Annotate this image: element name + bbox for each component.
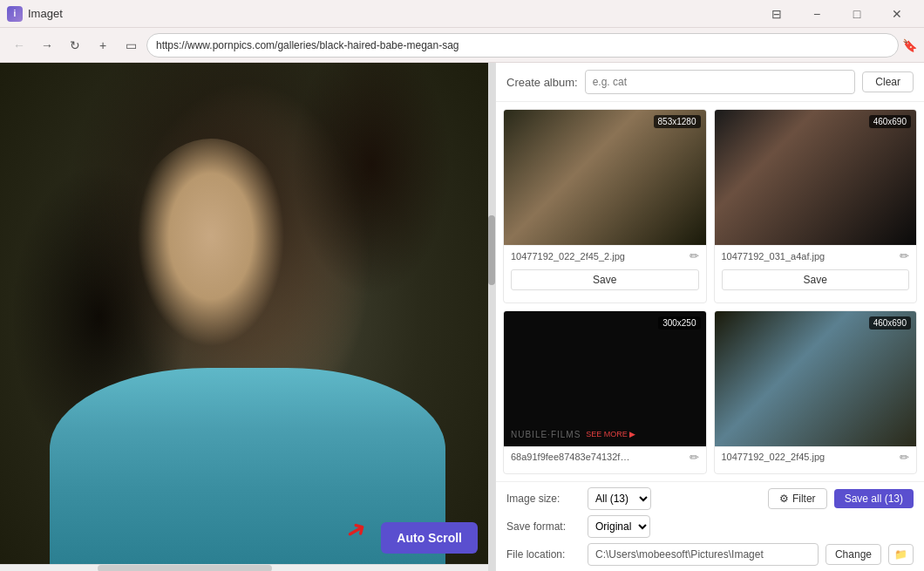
app-icon: i — [7, 6, 23, 22]
image-filename-3: 68a91f9fee87483e74132fbac857a5 — [511, 452, 633, 462]
edit-icon-2[interactable]: ✏ — [900, 249, 909, 262]
image-grid: 853x1280 10477192_022_2f45_2.jpg ✏ Save … — [496, 102, 924, 481]
filter-label: Filter — [792, 493, 816, 505]
save-format-select[interactable]: Original JPG PNG WebP — [588, 515, 650, 538]
left-scrollbar-thumb — [488, 215, 495, 285]
window-controls: ⊟ − □ ✕ — [757, 0, 917, 28]
image-size-label: Image size: — [506, 493, 581, 505]
image-filename-2: 10477192_031_a4af.jpg — [722, 251, 825, 262]
left-scrollbar[interactable] — [488, 63, 495, 571]
back-btn[interactable]: ← — [7, 33, 31, 58]
url-input[interactable] — [146, 33, 899, 58]
auto-scroll-button[interactable]: Auto Scroll — [381, 522, 478, 554]
image-thumb-2: 460x690 — [715, 110, 917, 245]
filter-icon: ⚙ — [779, 493, 789, 505]
image-size-select[interactable]: All (13) Small Medium Large — [588, 487, 651, 510]
folder-button[interactable]: 📁 — [888, 544, 914, 565]
preview-panel: ➜ Auto Scroll — [0, 63, 495, 571]
file-location-input[interactable] — [588, 543, 819, 566]
save-format-row: Save format: Original JPG PNG WebP — [506, 515, 914, 538]
image-card-footer-4: 10477192_022_2f45.jpg ✏ — [715, 446, 917, 467]
title-bar: i Imaget ⊟ − □ ✕ — [0, 0, 924, 28]
image-filename-4: 10477192_022_2f45.jpg — [722, 452, 825, 462]
bottom-bar: Image size: All (13) Small Medium Large … — [496, 481, 924, 571]
image-dim-badge-2: 460x690 — [869, 115, 911, 128]
right-panel: Create album: Clear 853x1280 10477192_02… — [495, 63, 924, 571]
title-bar-left: i Imaget — [7, 6, 63, 22]
image-card-4: 460x690 10477192_022_2f45.jpg ✏ — [714, 310, 918, 475]
image-card-footer-1: 10477192_022_2f45_2.jpg ✏ — [504, 245, 706, 266]
save-button-2[interactable]: Save — [722, 269, 910, 290]
save-button-1[interactable]: Save — [511, 269, 699, 290]
edit-icon-1[interactable]: ✏ — [690, 249, 699, 262]
image-dim-badge-4: 460x690 — [869, 316, 911, 330]
bookmark-icon[interactable]: 🔖 — [902, 38, 917, 52]
window-menu-btn[interactable]: ⊟ — [757, 0, 797, 28]
image-card-2: 460x690 10477192_031_a4af.jpg ✏ Save — [714, 109, 918, 303]
new-tab-btn[interactable]: + — [91, 33, 115, 58]
preview-image-bg — [0, 63, 495, 571]
clear-button[interactable]: Clear — [862, 71, 914, 92]
image-card-footer-3: 68a91f9fee87483e74132fbac857a5 ✏ — [504, 446, 706, 467]
file-location-row: File location: Change 📁 — [506, 543, 914, 566]
save-all-button[interactable]: Save all (13) — [834, 489, 914, 508]
image-thumb-3: 300x250 NUBILE·FILMS SEE MORE ▶ — [504, 311, 706, 446]
image-dim-badge-3: 300x250 — [658, 316, 700, 330]
save-format-label: Save format: — [506, 520, 581, 533]
edit-icon-4[interactable]: ✏ — [900, 451, 909, 464]
forward-btn[interactable]: → — [35, 33, 59, 58]
image-thumb-4: 460x690 — [715, 311, 917, 446]
maximize-btn[interactable]: □ — [837, 0, 877, 28]
album-label: Create album: — [506, 76, 578, 89]
file-location-label: File location: — [506, 548, 581, 561]
close-btn[interactable]: ✕ — [877, 0, 917, 28]
image-size-row: Image size: All (13) Small Medium Large … — [506, 487, 914, 510]
main-content: ➜ Auto Scroll Create album: Clear 853x12… — [0, 63, 924, 571]
minimize-btn[interactable]: − — [797, 0, 837, 28]
thumb-brand-text: NUBILE·FILMS — [511, 430, 581, 439]
image-thumb-1: 853x1280 — [504, 110, 706, 245]
refresh-btn[interactable]: ↻ — [63, 33, 87, 58]
image-filename-1: 10477192_022_2f45_2.jpg — [511, 251, 625, 262]
image-card-footer-2: 10477192_031_a4af.jpg ✏ — [715, 245, 917, 266]
image-dim-badge-1: 853x1280 — [654, 115, 701, 128]
auto-scroll-label: Auto Scroll — [397, 531, 462, 545]
image-card-1: 853x1280 10477192_022_2f45_2.jpg ✏ Save — [503, 109, 707, 303]
h-scrollbar[interactable] — [0, 564, 488, 571]
h-scrollbar-thumb — [98, 565, 272, 571]
see-more-link[interactable]: SEE MORE ▶ — [586, 430, 635, 438]
image-card-3: 300x250 NUBILE·FILMS SEE MORE ▶ 68a91f9f… — [503, 310, 707, 475]
album-bar: Create album: Clear — [496, 63, 924, 102]
edit-icon-3[interactable]: ✏ — [690, 451, 699, 464]
change-button[interactable]: Change — [825, 544, 881, 565]
preview-face-area — [124, 139, 298, 383]
address-bar-frame-btn[interactable]: ▭ — [119, 33, 143, 58]
app-title: Imaget — [28, 7, 63, 20]
browser-bar: ← → ↻ + ▭ 🔖 — [0, 28, 924, 63]
filter-button[interactable]: ⚙ Filter — [768, 488, 827, 509]
album-input[interactable] — [585, 70, 856, 94]
